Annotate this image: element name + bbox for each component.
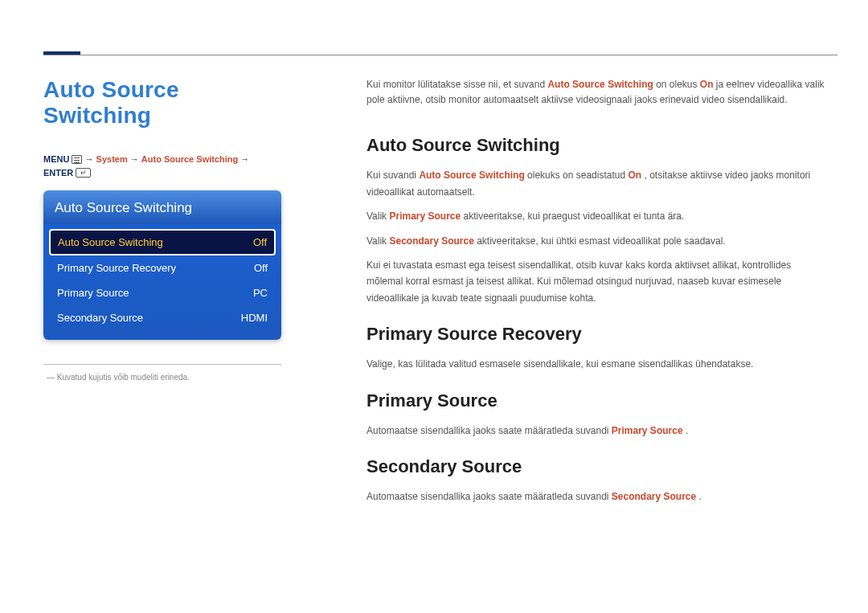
text: aktiveeritakse, kui praegust videoallika… — [464, 210, 685, 222]
paragraph: Valik Primary Source aktiveeritakse, kui… — [366, 208, 829, 224]
text: . — [686, 425, 688, 436]
footnote-dash: ― — [47, 373, 55, 382]
term-secondary-source: Secondary Source — [389, 235, 473, 247]
text: olekuks on seadistatud — [527, 170, 628, 181]
osd-row-label: Primary Source Recovery — [57, 262, 176, 274]
section-heading-auto-source-switching: Auto Source Switching — [366, 135, 829, 156]
arrow-icon: → — [130, 154, 139, 164]
term-secondary-source: Secondary Source — [612, 491, 696, 502]
paragraph: Kui ei tuvastata esmast ega teisest sise… — [366, 257, 829, 306]
osd-row-primary-source-recovery[interactable]: Primary Source Recovery Off — [49, 255, 276, 280]
paragraph: Automaatse sisendallika jaoks saate määr… — [366, 423, 829, 439]
term-on: On — [700, 79, 714, 90]
osd-row-label: Auto Source Switching — [58, 236, 163, 248]
paragraph: Kui suvandi Auto Source Switching olekuk… — [366, 167, 829, 200]
term-auto-source-switching: Auto Source Switching — [419, 170, 524, 181]
paragraph: Valige, kas lülitada valitud esmasele si… — [366, 356, 829, 372]
intro-paragraph: Kui monitor lülitatakse sisse nii, et su… — [366, 77, 829, 108]
breadcrumb-auto-source-switching: Auto Source Switching — [141, 154, 238, 164]
osd-body: Auto Source Switching Off Primary Source… — [43, 224, 281, 340]
term-on: On — [628, 170, 641, 181]
osd-row-value: PC — [253, 287, 268, 299]
footnote: ― Kuvatud kujutis võib mudeliti erineda. — [47, 373, 281, 382]
breadcrumb-enter: ENTER — [43, 168, 73, 178]
osd-title: Auto Source Switching — [43, 190, 281, 224]
breadcrumb-menu: MENU — [43, 154, 69, 164]
osd-row-primary-source[interactable]: Primary Source PC — [49, 280, 276, 305]
term-primary-source: Primary Source — [612, 425, 683, 436]
arrow-icon: → — [240, 154, 249, 164]
menu-icon — [72, 155, 82, 164]
text: . — [699, 491, 702, 502]
osd-row-auto-source-switching[interactable]: Auto Source Switching Off — [49, 229, 276, 255]
osd-row-secondary-source[interactable]: Secondary Source HDMI — [49, 305, 276, 330]
section-heading-secondary-source: Secondary Source — [366, 456, 829, 477]
text: Kui monitor lülitatakse sisse nii, et su… — [366, 79, 547, 90]
text: Automaatse sisendallika jaoks saate määr… — [366, 491, 612, 502]
osd-row-label: Secondary Source — [57, 312, 143, 324]
page-title: Auto Source Switching — [43, 77, 281, 129]
text: Automaatse sisendallika jaoks saate määr… — [366, 425, 612, 436]
section-heading-primary-source: Primary Source — [366, 390, 829, 411]
text: aktiveeritakse, kui ühtki esmast videoal… — [477, 235, 726, 247]
text: Kui suvandi — [366, 170, 419, 181]
enter-icon — [76, 168, 91, 178]
osd-row-value: Off — [253, 236, 267, 248]
footnote-text: Kuvatud kujutis võib mudeliti erineda. — [57, 373, 190, 382]
breadcrumb: MENU → System → Auto Source Switching → … — [43, 153, 281, 179]
right-column: Kui monitor lülitatakse sisse nii, et su… — [366, 77, 829, 513]
osd-panel: Auto Source Switching Auto Source Switch… — [43, 190, 281, 340]
top-divider — [43, 55, 837, 55]
text: Valik — [366, 210, 389, 222]
text: on olekus — [656, 79, 700, 90]
left-divider — [43, 364, 281, 365]
arrow-icon: → — [85, 154, 94, 164]
paragraph: Automaatse sisendallika jaoks saate määr… — [366, 488, 829, 505]
section-heading-primary-source-recovery: Primary Source Recovery — [366, 324, 829, 345]
text: Valik — [366, 235, 389, 247]
term-auto-source-switching: Auto Source Switching — [547, 79, 653, 90]
breadcrumb-system: System — [96, 154, 128, 164]
osd-row-label: Primary Source — [57, 287, 129, 299]
left-column: Auto Source Switching MENU → System → Au… — [43, 77, 281, 382]
osd-row-value: Off — [254, 262, 268, 274]
osd-row-value: HDMI — [241, 312, 268, 324]
paragraph: Valik Secondary Source aktiveeritakse, k… — [366, 233, 829, 249]
term-primary-source: Primary Source — [389, 210, 461, 222]
